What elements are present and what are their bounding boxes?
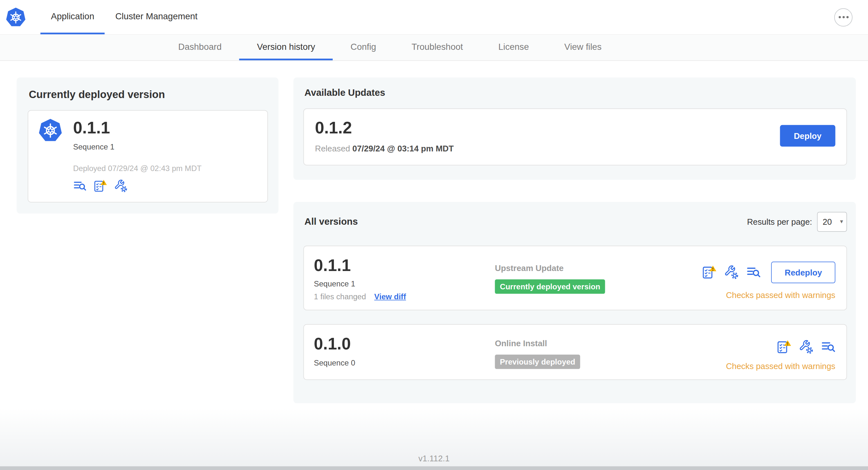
deploy-button[interactable]: Deploy	[780, 125, 835, 146]
diff-icon[interactable]	[746, 265, 761, 279]
current-version-info: 0.1.1 Sequence 1 Deployed 07/29/24 @ 02:…	[73, 118, 202, 192]
all-versions-title: All versions	[304, 216, 358, 227]
current-version-title: Currently deployed version	[29, 89, 268, 101]
current-version-inner-card: 0.1.1 Sequence 1 Deployed 07/29/24 @ 02:…	[28, 110, 268, 202]
version-row: 0.1.1 Sequence 1 1 files changed View di…	[303, 245, 847, 310]
current-version-actions	[73, 179, 202, 192]
tab-license-label: License	[498, 42, 529, 52]
version-row: 0.1.0 Sequence 0 Online Install Previous…	[303, 324, 847, 380]
sub-nav: Dashboard Version history Config Trouble…	[0, 35, 868, 61]
update-released-line: Released 07/29/24 @ 03:14 pm MDT	[315, 144, 454, 153]
kubernetes-logo-icon	[38, 118, 63, 192]
tab-config-label: Config	[351, 42, 376, 52]
config-icon[interactable]	[724, 265, 739, 279]
tab-version-history[interactable]: Version history	[239, 35, 333, 60]
ellipsis-dot	[846, 16, 848, 18]
row-sequence: Sequence 1	[314, 279, 495, 289]
tab-troubleshoot-label: Troubleshoot	[411, 42, 463, 52]
results-per-page-select[interactable]: 20	[817, 211, 847, 231]
released-date: 07/29/24 @ 03:14 pm MDT	[352, 144, 454, 153]
results-per-page-label: Results per page:	[747, 217, 812, 226]
preflight-checks-warning-icon[interactable]	[702, 265, 717, 279]
tab-view-files-label: View files	[564, 42, 601, 52]
version-row-info: 0.1.0 Sequence 0	[314, 335, 495, 367]
current-version-deployed-date: Deployed 07/29/24 @ 02:43 pm MDT	[73, 163, 202, 172]
right-column: Available Updates 0.1.2 Released 07/29/2…	[293, 77, 856, 403]
results-per-page-select-wrap: 20 ▾	[817, 211, 847, 231]
available-update-row: 0.1.2 Released 07/29/24 @ 03:14 pm MDT D…	[303, 108, 847, 165]
status-badge: Currently deployed version	[495, 279, 605, 294]
config-icon[interactable]	[114, 179, 127, 192]
version-source-label: Online Install	[495, 338, 726, 348]
available-update-info: 0.1.2 Released 07/29/24 @ 03:14 pm MDT	[315, 118, 454, 153]
ellipsis-dot	[838, 16, 841, 18]
tab-troubleshoot[interactable]: Troubleshoot	[394, 35, 480, 60]
results-per-page: Results per page: 20 ▾	[747, 211, 847, 231]
version-row-actions: Redeploy Checks passed with warnings	[702, 256, 836, 300]
config-icon[interactable]	[799, 339, 813, 354]
top-nav: Application Cluster Management	[0, 0, 868, 35]
version-row-source: Upstream Update Currently deployed versi…	[495, 256, 702, 294]
current-version-number: 0.1.1	[73, 118, 202, 137]
version-action-icons: Redeploy	[702, 261, 836, 283]
released-prefix: Released	[315, 144, 350, 153]
all-versions-card: All versions Results per page: 20 ▾	[293, 202, 856, 403]
available-updates-card: Available Updates 0.1.2 Released 07/29/2…	[293, 77, 856, 179]
tab-view-files[interactable]: View files	[547, 35, 619, 60]
footer: v1.112.1	[0, 408, 868, 470]
ellipsis-menu-button[interactable]	[834, 8, 852, 26]
checks-status-text: Checks passed with warnings	[726, 361, 835, 371]
redeploy-button[interactable]: Redeploy	[772, 261, 836, 283]
checks-status-text: Checks passed with warnings	[726, 290, 835, 299]
tab-application[interactable]: Application	[40, 0, 105, 34]
update-version-number: 0.1.2	[315, 118, 454, 137]
page: Application Cluster Management Dashboard…	[0, 0, 868, 470]
tab-dashboard[interactable]: Dashboard	[160, 35, 239, 60]
console-version-text: v1.112.1	[418, 454, 450, 463]
top-tabs: Application Cluster Management	[40, 0, 208, 34]
diff-icon[interactable]	[73, 179, 86, 192]
ellipsis-dot	[842, 16, 844, 18]
row-version-number: 0.1.1	[314, 256, 495, 275]
tab-dashboard-label: Dashboard	[178, 42, 222, 52]
view-diff-link[interactable]: View diff	[374, 292, 406, 301]
tab-license[interactable]: License	[480, 35, 547, 60]
all-versions-header: All versions Results per page: 20 ▾	[303, 211, 847, 231]
status-badge: Previously deployed	[495, 355, 580, 369]
version-action-icons	[777, 339, 835, 354]
files-changed-label: 1 files changed	[314, 292, 366, 301]
version-row-source: Online Install Previously deployed	[495, 335, 726, 369]
preflight-checks-warning-icon[interactable]	[777, 339, 791, 354]
tab-cluster-management-label: Cluster Management	[115, 11, 197, 21]
bottom-edge-bar	[0, 466, 868, 470]
version-row-info: 0.1.1 Sequence 1 1 files changed View di…	[314, 256, 495, 301]
diff-icon[interactable]	[821, 339, 836, 354]
tab-version-history-label: Version history	[257, 42, 315, 52]
row-sequence: Sequence 0	[314, 358, 495, 367]
available-updates-title: Available Updates	[304, 88, 847, 98]
version-row-actions: Checks passed with warnings	[726, 335, 835, 371]
current-version-card: Currently deployed version 0.1.1 Sequenc…	[17, 77, 279, 213]
main-content: Currently deployed version 0.1.1 Sequenc…	[0, 61, 868, 408]
row-version-number: 0.1.0	[314, 335, 495, 354]
tab-config[interactable]: Config	[333, 35, 394, 60]
preflight-checks-warning-icon[interactable]	[94, 179, 107, 192]
kubernetes-logo-icon	[5, 0, 26, 34]
version-source-label: Upstream Update	[495, 263, 702, 272]
current-version-sequence: Sequence 1	[73, 142, 202, 151]
tab-cluster-management[interactable]: Cluster Management	[105, 0, 208, 34]
tab-application-label: Application	[51, 11, 94, 21]
files-changed-line: 1 files changed View diff	[314, 292, 495, 301]
